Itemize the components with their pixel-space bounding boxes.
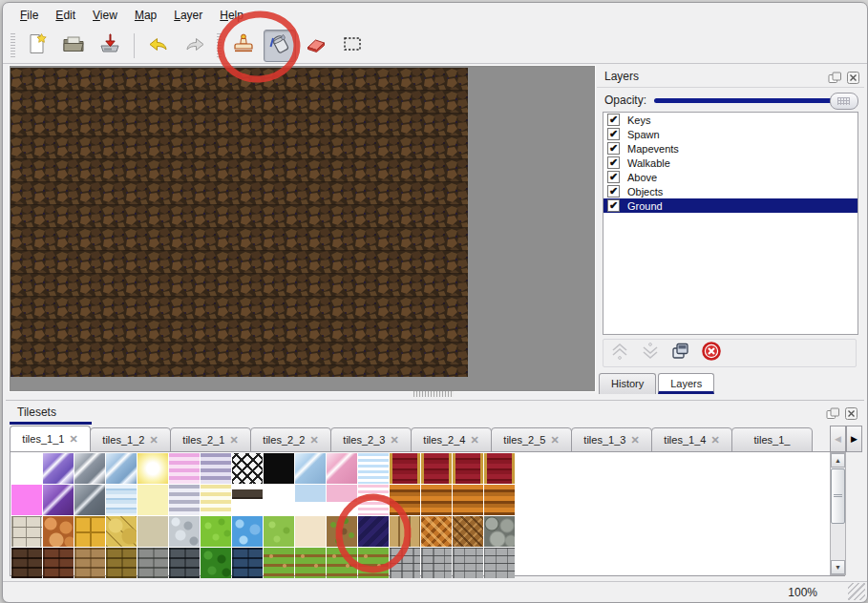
scroll-up-button[interactable]: ▲: [831, 453, 845, 468]
tile-glass-rose[interactable]: [327, 453, 357, 484]
tile-flagstone[interactable]: [106, 516, 137, 547]
tile-log-gray[interactable]: [484, 516, 515, 547]
tile-brick-gray[interactable]: [484, 548, 515, 578]
opacity-slider-handle[interactable]: [830, 93, 858, 110]
tile-grass-bright[interactable]: [201, 516, 231, 547]
tile-carpet-red[interactable]: [484, 453, 515, 484]
tile-glass-purple[interactable]: [43, 453, 74, 484]
tile-weave-orange[interactable]: [421, 516, 452, 547]
tile-empty[interactable]: [11, 453, 42, 484]
tile-water-blue[interactable]: [232, 516, 263, 547]
duplicate-layer-icon[interactable]: [670, 341, 691, 365]
tileset-tab-close-icon[interactable]: ✕: [630, 434, 639, 447]
close-tilesets-icon[interactable]: [844, 406, 858, 419]
tile-wall-tan[interactable]: [74, 548, 105, 578]
fill-tool-button[interactable]: [264, 30, 296, 62]
redo-button[interactable]: [179, 30, 211, 62]
new-file-button[interactable]: [21, 30, 53, 62]
tile-pale-yellow[interactable]: [138, 485, 168, 515]
tile-stripe-thin-blue[interactable]: [358, 453, 389, 484]
menu-help[interactable]: Help: [212, 6, 251, 25]
tileset-scrollbar[interactable]: ▲ ▼: [830, 452, 846, 575]
tile-glass-purple-dark[interactable]: [43, 485, 74, 515]
tileset-tab-tiles_1_3[interactable]: tiles_1_3✕: [571, 427, 652, 452]
tile-pebble-gray[interactable]: [169, 516, 200, 547]
tile-glass-gray[interactable]: [74, 453, 105, 484]
tileset-tab-close-icon[interactable]: ✕: [229, 434, 238, 447]
tile-brick-gray[interactable]: [453, 548, 483, 578]
tile-grass-rows[interactable]: [327, 548, 357, 578]
panel-splitter-grip[interactable]: [413, 391, 454, 397]
tile-stripe-pink[interactable]: [169, 453, 200, 484]
float-tilesets-icon[interactable]: [826, 406, 840, 419]
tile-grass-rows[interactable]: [264, 548, 294, 578]
layer-row-mapevents[interactable]: ✔Mapevents: [603, 141, 857, 156]
opacity-slider[interactable]: [654, 92, 858, 109]
tab-scroll-right-button[interactable]: ▶: [846, 426, 862, 452]
tile-dirt-grass[interactable]: [327, 516, 357, 547]
tileset-tab-tiles_2_3[interactable]: tiles_2_3✕: [330, 427, 412, 452]
layer-visibility-checkbox[interactable]: ✔: [607, 114, 620, 126]
layer-visibility-checkbox[interactable]: ✔: [607, 185, 620, 198]
tile-sand[interactable]: [295, 516, 326, 547]
tileset-tab-tiles_1_4[interactable]: tiles_1_4✕: [651, 427, 732, 452]
delete-layer-icon[interactable]: [701, 341, 722, 365]
tile-stripe-thin-pink[interactable]: [358, 485, 389, 515]
tileset-tab-close-icon[interactable]: ✕: [550, 434, 559, 447]
layer-row-keys[interactable]: ✔Keys: [603, 113, 857, 127]
tile-stripe-gray[interactable]: [169, 485, 200, 515]
scroll-thumb[interactable]: [831, 468, 845, 524]
tile-glass-gray-dark[interactable]: [74, 485, 105, 515]
tileset-tab-tiles_1_[interactable]: tiles_1_: [731, 427, 813, 452]
tile-black[interactable]: [264, 453, 294, 484]
tile-magenta[interactable]: [11, 485, 42, 515]
tile-plank-tan[interactable]: [390, 516, 420, 547]
layer-row-spawn[interactable]: ✔Spawn: [603, 127, 857, 141]
tileset-tab-tiles_1_2[interactable]: tiles_1_2✕: [90, 427, 171, 452]
layer-row-walkable[interactable]: ✔Walkable: [603, 156, 857, 170]
tile-hedge[interactable]: [201, 548, 231, 578]
tile-wall-darkbrown[interactable]: [11, 548, 42, 578]
eraser-tool-button[interactable]: [300, 30, 332, 62]
tileset-tab-tiles_2_5[interactable]: tiles_2_5✕: [491, 427, 572, 452]
layer-row-objects[interactable]: ✔Objects: [603, 184, 857, 198]
menu-layer[interactable]: Layer: [166, 6, 210, 25]
open-button[interactable]: [57, 30, 90, 62]
layer-visibility-checkbox[interactable]: ✔: [607, 142, 620, 155]
tileset-tab-close-icon[interactable]: ✕: [710, 434, 719, 447]
tileset-tab-tiles_2_2[interactable]: tiles_2_2✕: [250, 427, 331, 452]
tile-brick-gray[interactable]: [421, 548, 452, 578]
tileset-tab-close-icon[interactable]: ✕: [390, 434, 398, 447]
map-canvas[interactable]: [11, 68, 468, 377]
tile-carpet-red[interactable]: [453, 453, 483, 484]
tab-scroll-left-button[interactable]: ◀: [830, 426, 846, 452]
tile-glass-sky[interactable]: [295, 453, 326, 484]
tile-glass-rose-sm[interactable]: [327, 485, 357, 515]
tile-stone-brick[interactable]: [11, 516, 42, 547]
layer-row-above[interactable]: ✔Above: [603, 170, 857, 184]
tile-stripe-violet[interactable]: [201, 453, 231, 484]
tile-pebble-beige[interactable]: [138, 516, 168, 547]
close-panel-icon[interactable]: [846, 71, 860, 83]
tile-grass-green[interactable]: [264, 516, 294, 547]
tile-carpet-red[interactable]: [421, 453, 452, 484]
tile-sign-dark[interactable]: [232, 485, 263, 515]
float-panel-icon[interactable]: [828, 71, 842, 83]
tile-tile-gold[interactable]: [74, 516, 105, 547]
tile-wood-orange[interactable]: [421, 485, 452, 515]
tile-brick-gray[interactable]: [390, 548, 420, 578]
tile-glow-yellow[interactable]: [138, 453, 168, 484]
layer-visibility-checkbox[interactable]: ✔: [607, 171, 620, 183]
tileset-tab-tiles_2_1[interactable]: tiles_2_1✕: [170, 427, 251, 452]
save-button[interactable]: [94, 30, 126, 62]
dock-tab-history[interactable]: History: [599, 373, 656, 394]
tile-wall-blue[interactable]: [232, 548, 263, 578]
tile-herringbone[interactable]: [453, 516, 483, 547]
tile-glass-blue[interactable]: [106, 453, 137, 484]
move-layer-up-icon[interactable]: [609, 341, 630, 365]
tile-wood-orange[interactable]: [484, 485, 515, 515]
menu-view[interactable]: View: [85, 6, 125, 25]
tile-wood-orange[interactable]: [390, 485, 420, 515]
tile-glass-sky-sm[interactable]: [295, 485, 326, 515]
tile-water-ripple[interactable]: [106, 485, 137, 515]
